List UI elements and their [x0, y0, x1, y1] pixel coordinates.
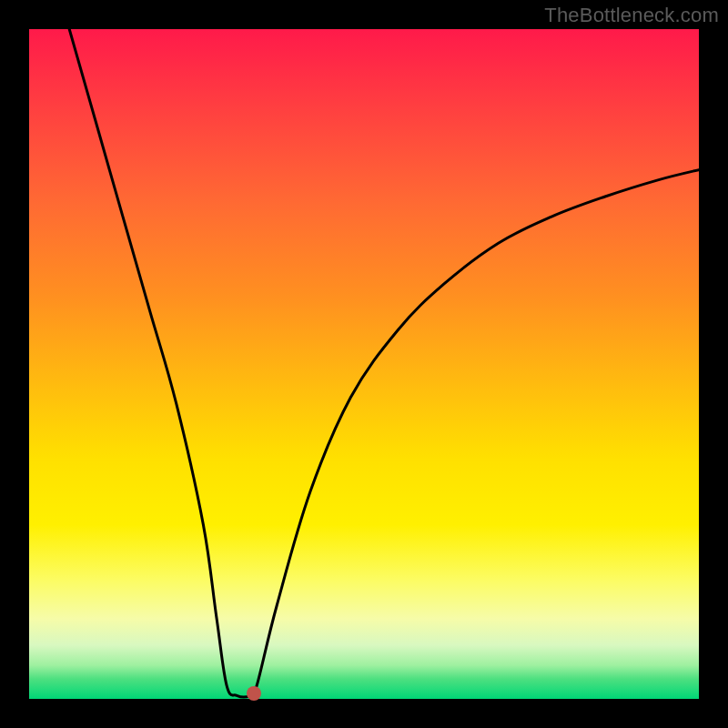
curve-path [69, 29, 699, 697]
curve-svg [29, 29, 699, 699]
chart-frame: TheBottleneck.com [0, 0, 728, 728]
watermark-text: TheBottleneck.com [544, 4, 719, 27]
plot-area [29, 29, 699, 699]
marker-dot [247, 686, 261, 701]
